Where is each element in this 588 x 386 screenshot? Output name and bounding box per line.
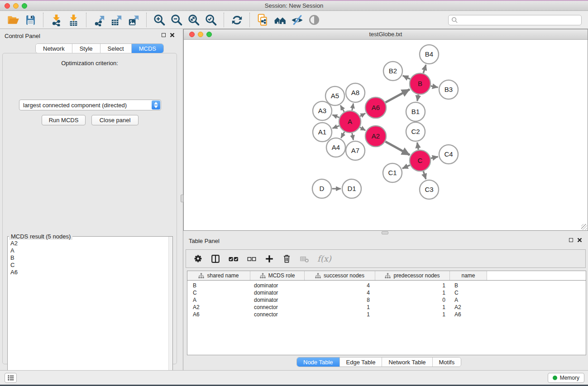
show-graphics-details-button[interactable] (306, 12, 323, 28)
run-mcds-button[interactable]: Run MCDS (42, 115, 86, 125)
tab-style[interactable]: Style (72, 44, 100, 53)
show-columns-icon[interactable] (210, 254, 220, 264)
table-row[interactable]: Cdominator41C (187, 289, 586, 296)
graph-edge-A-A2[interactable] (360, 127, 365, 130)
zoom-window-button[interactable] (22, 3, 27, 9)
graph-node-B3[interactable]: B3 (439, 80, 458, 99)
save-session-button[interactable] (22, 12, 39, 28)
graph-node-D[interactable]: D (312, 179, 331, 198)
close-window-button[interactable] (5, 3, 10, 9)
graph-edge-C-C4[interactable] (431, 157, 438, 158)
float-panel-icon[interactable] (162, 33, 166, 37)
export-image-button[interactable] (125, 12, 142, 28)
mcds-result-list[interactable]: A2 A B C A6 (8, 237, 172, 276)
graph-edge-A2-C[interactable] (385, 142, 410, 155)
graph-edge-C-C1[interactable] (402, 165, 410, 168)
tab-edge-table[interactable]: Edge Table (340, 357, 382, 367)
graph-node-B1[interactable]: B1 (406, 102, 425, 121)
graph-node-C1[interactable]: C1 (383, 163, 402, 182)
graph-node-B4[interactable]: B4 (420, 45, 439, 64)
graph-node-A7[interactable]: A7 (346, 141, 365, 160)
close-panel-button[interactable]: Close panel (91, 115, 139, 125)
graph-node-C4[interactable]: C4 (439, 145, 458, 164)
select-all-columns-icon[interactable] (228, 253, 239, 264)
mcds-result-item[interactable]: A6 (10, 269, 172, 276)
graph-node-C3[interactable]: C3 (420, 180, 439, 199)
graph-node-A3[interactable]: A3 (313, 101, 332, 120)
graph-node-A2[interactable]: A2 (365, 126, 386, 147)
column-header-name[interactable]: name (450, 271, 487, 280)
graph-edge-B-B4[interactable] (423, 65, 426, 73)
column-header-predecessor-nodes[interactable]: predecessor nodes (375, 271, 450, 280)
horizontal-splitter-grip[interactable] (382, 231, 388, 234)
graph-edge-C-C3[interactable] (423, 171, 426, 179)
graph-node-B[interactable]: B (410, 73, 430, 94)
graph-node-A8[interactable]: A8 (346, 83, 365, 102)
mcds-result-item[interactable]: B (10, 254, 172, 262)
graph-edge-A-A8[interactable] (352, 104, 354, 110)
graph-node-A5[interactable]: A5 (325, 86, 344, 105)
graph-edge-A-A4[interactable] (341, 132, 344, 138)
graph-edge-A6-B[interactable] (386, 89, 410, 102)
table-row[interactable]: A6connector11A6 (187, 311, 586, 318)
node-table[interactable]: shared name MCDS role successor nodes pr… (187, 271, 586, 355)
graph-node-A[interactable]: A (339, 111, 361, 133)
graph-edge-A-A5[interactable] (340, 105, 344, 112)
graph-edge-A-A3[interactable] (332, 115, 339, 118)
network-minimize-button[interactable] (198, 32, 203, 37)
result-list-scrollbar[interactable] (168, 237, 172, 386)
graph-node-A1[interactable]: A1 (313, 123, 332, 142)
tab-node-table[interactable]: Node Table (297, 357, 340, 367)
graph-edge-A-A7[interactable] (352, 133, 354, 140)
graph-edge-A-A1[interactable] (332, 126, 339, 129)
zoom-out-button[interactable] (168, 12, 185, 28)
column-header-shared-name[interactable]: shared name (187, 271, 250, 280)
create-column-plus-icon[interactable] (264, 254, 274, 264)
tab-mcds[interactable]: MCDS (132, 44, 163, 53)
graph-node-D1[interactable]: D1 (342, 179, 361, 198)
search-field[interactable] (448, 15, 582, 25)
column-header-mcds-role[interactable]: MCDS role (250, 271, 305, 280)
table-row[interactable]: A2connector11A2 (187, 304, 586, 311)
minimize-window-button[interactable] (13, 3, 19, 9)
network-zoom-button[interactable] (206, 32, 212, 37)
tab-motifs[interactable]: Motifs (433, 357, 461, 367)
import-table-button[interactable] (65, 12, 82, 28)
table-settings-gear-icon[interactable] (193, 254, 203, 263)
graph-node-B2[interactable]: B2 (383, 62, 402, 81)
tab-select[interactable]: Select (100, 44, 132, 53)
zoom-selected-button[interactable] (202, 12, 220, 28)
export-network-button[interactable] (91, 12, 108, 28)
graph-edge-B-B1[interactable] (417, 95, 418, 101)
graph-node-A6[interactable]: A6 (365, 97, 386, 118)
mcds-result-item[interactable]: A (10, 247, 172, 254)
open-session-button[interactable] (5, 12, 22, 28)
unselect-all-columns-icon[interactable] (247, 254, 257, 264)
import-network-button[interactable] (48, 12, 65, 28)
zoom-fit-button[interactable] (185, 12, 202, 28)
graph-edge-C-C2[interactable] (417, 143, 419, 150)
graph-edge-A-A6[interactable] (360, 113, 365, 116)
graph-node-C[interactable]: C (410, 150, 430, 171)
close-panel-icon[interactable] (170, 33, 175, 38)
task-history-button[interactable] (5, 373, 17, 383)
memory-button[interactable]: Memory (548, 373, 584, 383)
refresh-layout-button[interactable] (228, 12, 245, 28)
graph-edge-B-B2[interactable] (403, 76, 410, 79)
graph-edge-B-B3[interactable] (431, 86, 438, 87)
tab-network-table[interactable]: Network Table (382, 357, 432, 367)
network-canvas[interactable]: AA1A2A3A4A5A6A7A8BB1B2B3B4CC1C2C3C4DD1 (184, 40, 588, 230)
home-view-button[interactable] (271, 12, 288, 28)
criterion-dropdown[interactable]: largest connected component (directed) (19, 100, 161, 110)
table-row[interactable]: Adominator80A (187, 296, 586, 304)
export-table-button[interactable] (108, 12, 125, 28)
mcds-result-item[interactable]: C (10, 262, 172, 269)
graph-node-A4[interactable]: A4 (326, 138, 345, 157)
tab-network[interactable]: Network (36, 44, 72, 53)
network-close-button[interactable] (189, 32, 195, 37)
hide-details-button[interactable] (288, 12, 306, 28)
window-resize-grip[interactable] (581, 224, 587, 230)
column-header-successor-nodes[interactable]: successor nodes (305, 271, 375, 280)
close-table-panel-icon[interactable] (577, 238, 582, 243)
zoom-in-button[interactable] (151, 12, 168, 28)
